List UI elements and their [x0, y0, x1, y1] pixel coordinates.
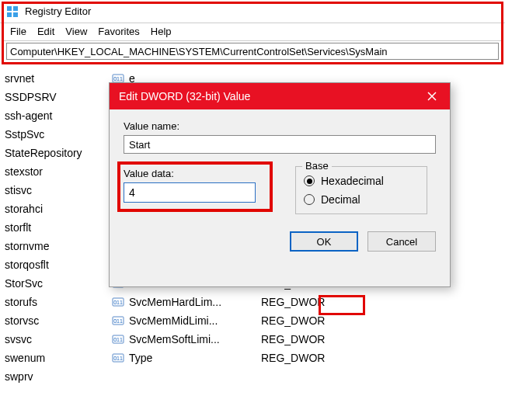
list-item[interactable]: 011TypeREG_DWOR	[109, 349, 505, 367]
list-item[interactable]: 011SvcMemSoftLimi...REG_DWOR	[109, 330, 505, 349]
tree-item[interactable]: storahci	[5, 200, 104, 218]
base-group: Base Hexadecimal Decimal	[295, 166, 427, 214]
tree-item[interactable]: SstpSvc	[5, 125, 104, 144]
menu-edit[interactable]: Edit	[37, 26, 54, 37]
svg-rect-0	[7, 6, 12, 11]
value-data-highlight: Value data:	[117, 161, 273, 212]
tree-item[interactable]: swprv	[5, 367, 104, 386]
menubar: File Edit View Favorites Help	[4, 23, 501, 41]
tree-item[interactable]: storufs	[5, 293, 104, 311]
svg-rect-1	[13, 6, 18, 11]
tree-item[interactable]: svsvc	[5, 330, 104, 349]
svg-text:011: 011	[113, 337, 123, 342]
dialog-title: Edit DWORD (32-bit) Value	[119, 90, 250, 102]
tree-item[interactable]: StorSvc	[5, 274, 104, 293]
dialog-body: Value name: Value data: Base Hexadecimal	[110, 109, 450, 262]
value-name-input	[124, 135, 436, 154]
radio-dot-icon	[304, 175, 315, 186]
base-legend: Base	[302, 160, 332, 172]
ok-button[interactable]: OK	[290, 231, 358, 252]
value-type: REG_DWOR	[261, 296, 325, 308]
address-bar[interactable]	[6, 43, 499, 60]
tree-panel[interactable]: srvnetSSDPSRVssh-agentSstpSvcStateReposi…	[0, 66, 109, 419]
tree-item[interactable]: storqosflt	[5, 255, 104, 274]
tree-item[interactable]: SSDPSRV	[5, 88, 104, 106]
edit-dword-dialog: Edit DWORD (32-bit) Value Value name: Va…	[109, 82, 451, 287]
svg-text:011: 011	[113, 300, 123, 305]
dialog-buttons: OK Cancel	[124, 231, 436, 252]
window-title: Registry Editor	[25, 5, 91, 17]
dword-icon: 011	[112, 296, 124, 308]
tree-item[interactable]: stexstor	[5, 162, 104, 181]
value-name: Type	[129, 352, 261, 364]
list-item[interactable]: 011SvcMemMidLimi...REG_DWOR	[109, 311, 505, 330]
tree-item[interactable]: stisvc	[5, 181, 104, 200]
value-name: SvcMemSoftLimi...	[129, 333, 261, 345]
list-item[interactable]: 011SvcMemHardLim...REG_DWOR	[109, 293, 505, 311]
svg-text:011: 011	[113, 76, 123, 82]
value-type: REG_DWOR	[261, 333, 325, 345]
value-data-input[interactable]	[124, 182, 256, 203]
radio-decimal[interactable]: Decimal	[304, 193, 419, 206]
radio-dot-icon	[304, 194, 315, 205]
radio-hex-label: Hexadecimal	[321, 175, 384, 187]
svg-text:011: 011	[113, 356, 123, 361]
menu-favorites[interactable]: Favorites	[98, 26, 139, 37]
menu-view[interactable]: View	[65, 26, 87, 37]
svg-rect-2	[7, 12, 12, 17]
radio-hexadecimal[interactable]: Hexadecimal	[304, 175, 419, 187]
menu-help[interactable]: Help	[151, 26, 172, 37]
cancel-button[interactable]: Cancel	[367, 231, 436, 252]
dialog-titlebar: Edit DWORD (32-bit) Value	[110, 83, 450, 109]
tree-item[interactable]: ssh-agent	[5, 106, 104, 125]
value-name: SvcMemMidLimi...	[129, 314, 261, 327]
close-icon[interactable]	[423, 88, 441, 105]
svg-text:011: 011	[113, 318, 123, 324]
dword-icon: 011	[112, 333, 124, 345]
tree-item[interactable]: storflt	[5, 218, 104, 237]
radio-dec-label: Decimal	[321, 193, 360, 206]
dword-icon: 011	[112, 352, 124, 364]
value-name: SvcMemHardLim...	[129, 296, 261, 308]
value-name-label: Value name:	[124, 120, 436, 132]
tree-item[interactable]: storvsc	[5, 311, 104, 330]
dword-icon: 011	[112, 314, 124, 327]
value-type: REG_DWOR	[261, 352, 325, 364]
tree-item[interactable]: srvnet	[5, 69, 104, 88]
tree-item[interactable]: StateRepository	[5, 144, 104, 162]
tree-item[interactable]: stornvme	[5, 237, 104, 255]
menu-file[interactable]: File	[10, 26, 26, 37]
value-data-label: Value data:	[124, 168, 265, 179]
value-type: REG_DWOR	[261, 314, 325, 327]
svg-rect-3	[13, 12, 18, 17]
regedit-icon	[6, 5, 19, 18]
tree-item[interactable]: swenum	[5, 349, 104, 367]
